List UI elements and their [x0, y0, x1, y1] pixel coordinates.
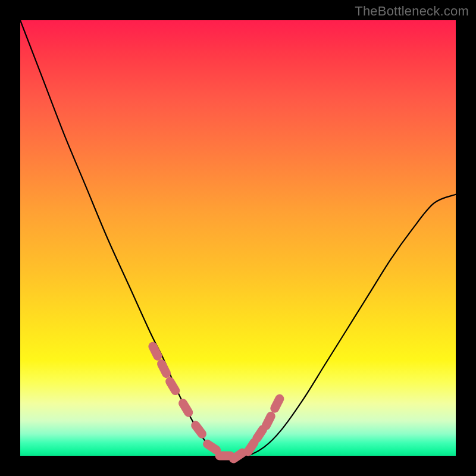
marker-segment: [234, 453, 243, 459]
chart-svg: [20, 20, 456, 456]
watermark-text: TheBottleneck.com: [355, 4, 469, 19]
marker-segment: [162, 364, 167, 374]
marker-segment: [257, 430, 263, 439]
marker-segment: [196, 425, 202, 434]
bottleneck-curve: [20, 20, 456, 456]
marker-segment: [170, 381, 176, 390]
marker-segment: [248, 443, 254, 452]
chart-frame: TheBottleneck.com: [0, 0, 476, 476]
marker-segment: [208, 444, 217, 450]
marker-segment: [153, 346, 158, 356]
marker-segment: [275, 399, 280, 408]
marker-segment: [266, 416, 271, 425]
plot-area: [20, 20, 456, 456]
marker-group: [153, 346, 280, 459]
marker-segment: [183, 403, 189, 412]
